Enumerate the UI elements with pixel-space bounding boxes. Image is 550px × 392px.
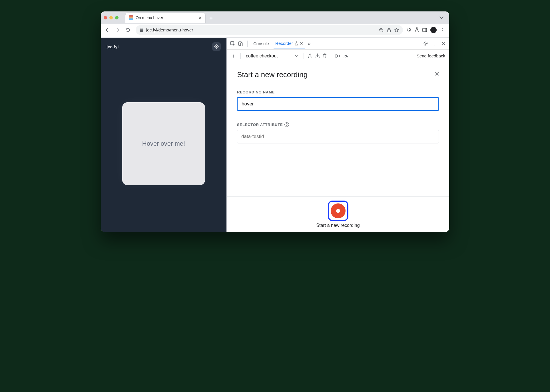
favicon-icon — [129, 15, 133, 20]
tab-console[interactable]: Console — [252, 38, 271, 49]
devtools-tabstrip: Console Recorder ✕ » ⋮ ✕ — [227, 38, 449, 50]
delete-icon[interactable] — [323, 53, 327, 58]
selector-attribute-label: SELECTOR ATTRIBUTE ? — [237, 122, 439, 127]
new-tab-button[interactable]: ＋ — [207, 14, 215, 22]
svg-line-15 — [218, 45, 218, 45]
selector-attribute-input[interactable] — [237, 130, 439, 143]
page-body: Hover over me! — [101, 55, 226, 232]
theme-toggle-button[interactable] — [212, 42, 221, 51]
selector-attribute-label-text: SELECTOR ATTRIBUTE — [237, 123, 283, 127]
recording-selector[interactable]: coffee checkout — [245, 52, 300, 60]
close-window-button[interactable] — [104, 16, 107, 19]
hover-card[interactable]: Hover over me! — [122, 102, 205, 185]
recorder-toolbar: ＋ coffee checkout Send feedback — [227, 50, 449, 62]
beaker-icon — [295, 41, 298, 45]
recording-selector-label: coffee checkout — [246, 53, 278, 59]
minimize-window-button[interactable] — [109, 16, 113, 19]
url-text: jec.fyi/demo/menu-hover — [146, 27, 376, 32]
forward-button[interactable] — [115, 27, 122, 33]
omnibox-actions — [379, 28, 399, 32]
svg-point-7 — [216, 46, 217, 47]
close-tab-recorder[interactable]: ✕ — [300, 41, 303, 46]
tab-recorder-label: Recorder — [275, 41, 293, 46]
panel-title: Start a new recording — [237, 70, 439, 79]
labs-icon[interactable] — [415, 27, 419, 32]
inspect-icon[interactable] — [230, 41, 235, 46]
browser-tab[interactable]: On menu hover ✕ — [125, 13, 205, 23]
rendered-page: jec.fyi Hover over me! — [101, 38, 226, 232]
svg-line-13 — [218, 48, 218, 48]
record-icon — [331, 203, 346, 218]
tab-title: On menu hover — [136, 15, 196, 20]
reload-button[interactable] — [125, 27, 132, 33]
devtools-close-button[interactable]: ✕ — [441, 41, 446, 47]
browser-window: On menu hover ✕ ＋ jec.fyi/demo/menu-hove… — [101, 11, 449, 232]
panel-close-button[interactable]: ✕ — [434, 70, 439, 78]
address-bar[interactable]: jec.fyi/demo/menu-hover — [136, 25, 403, 35]
new-recording-button[interactable]: ＋ — [231, 52, 236, 60]
more-tabs-button[interactable]: » — [308, 41, 311, 47]
page-header: jec.fyi — [101, 38, 226, 55]
profile-avatar[interactable] — [430, 27, 437, 33]
device-toggle-icon[interactable] — [238, 41, 243, 46]
svg-line-2 — [382, 31, 383, 32]
tab-strip: On menu hover ✕ ＋ — [101, 11, 449, 24]
import-icon[interactable] — [315, 53, 320, 58]
toolbar-extensions: ⋮ — [406, 27, 445, 33]
panel-icon[interactable] — [422, 28, 427, 32]
help-icon[interactable]: ? — [284, 122, 289, 127]
performance-icon[interactable] — [343, 54, 348, 58]
devtools-panel: Console Recorder ✕ » ⋮ ✕ ＋ coffee — [226, 38, 449, 232]
export-icon[interactable] — [308, 53, 312, 58]
recording-name-label: RECORDING NAME — [237, 90, 439, 94]
lock-icon — [140, 28, 143, 32]
close-tab-button[interactable]: ✕ — [198, 15, 202, 21]
extensions-icon[interactable] — [406, 27, 411, 32]
start-recording-button[interactable] — [328, 201, 348, 221]
bookmark-icon[interactable] — [394, 28, 399, 32]
svg-rect-5 — [423, 28, 427, 32]
share-icon[interactable] — [387, 28, 391, 32]
window-controls — [104, 16, 119, 19]
browser-menu-button[interactable]: ⋮ — [440, 27, 445, 33]
svg-line-12 — [215, 45, 215, 45]
zoom-out-icon[interactable] — [379, 28, 384, 32]
svg-line-14 — [215, 48, 215, 48]
devtools-settings-button[interactable] — [423, 41, 428, 46]
maximize-window-button[interactable] — [115, 16, 119, 19]
svg-rect-0 — [140, 29, 143, 32]
start-recording-label: Start a new recording — [316, 223, 360, 228]
record-bottombar: Start a new recording — [227, 196, 449, 232]
svg-point-19 — [425, 43, 427, 44]
tabs-menu-button[interactable] — [437, 15, 446, 21]
back-button[interactable] — [105, 27, 112, 33]
recording-name-input[interactable] — [237, 97, 439, 111]
site-brand: jec.fyi — [107, 44, 119, 49]
send-feedback-link[interactable]: Send feedback — [417, 53, 445, 58]
tab-recorder[interactable]: Recorder ✕ — [274, 38, 305, 49]
chevron-down-icon — [295, 55, 298, 57]
play-icon[interactable] — [335, 54, 340, 58]
browser-toolbar: jec.fyi/demo/menu-hover ⋮ — [101, 24, 449, 38]
svg-rect-18 — [240, 43, 243, 46]
hover-card-text: Hover over me! — [142, 140, 185, 147]
devtools-menu-button[interactable]: ⋮ — [432, 41, 437, 47]
content-area: jec.fyi Hover over me! Console Recorder — [101, 38, 449, 232]
new-recording-panel: ✕ Start a new recording RECORDING NAME S… — [227, 62, 449, 196]
